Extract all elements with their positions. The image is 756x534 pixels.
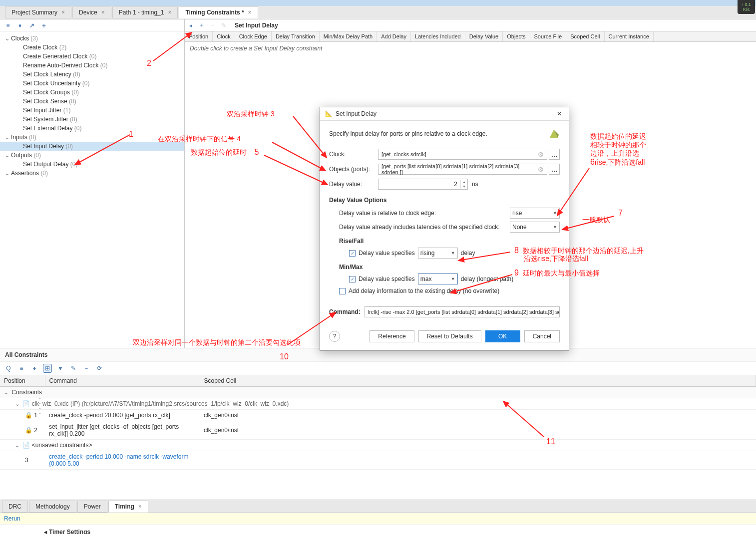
col-delay-trans[interactable]: Delay Transition	[272, 31, 320, 41]
all-constraints-toolbar: Q ≡ ♦ ⊞ ▼ ✎ － ⟳	[0, 362, 756, 375]
min-max-checkbox[interactable]: ✓	[349, 276, 356, 282]
expand-icon[interactable]: ♦	[30, 364, 39, 373]
set-input-delay-dialog: 📐Set Input Delay ✕ Specify input delay f…	[320, 107, 569, 351]
help-button[interactable]: ?	[329, 331, 340, 342]
clock-edge-select[interactable]: rise▼	[510, 208, 560, 219]
filter-icon[interactable]: ▼	[56, 364, 65, 373]
tree-item-set-uncertainty[interactable]: Set Clock Uncertainty (0)	[0, 79, 184, 88]
table-group-row[interactable]: ⌄ Constraints	[0, 387, 756, 398]
tab-device[interactable]: Device×	[72, 6, 111, 18]
dialog-titlebar[interactable]: 📐Set Input Delay ✕	[320, 107, 569, 121]
latencies-select[interactable]: None▼	[510, 222, 560, 233]
tree-item-create-clock[interactable]: Create Clock (2)	[0, 43, 184, 52]
tab-timing-constraints[interactable]: Timing Constraints *×	[179, 6, 258, 18]
tree-item-set-system-jitter[interactable]: Set System Jitter (0)	[0, 115, 184, 124]
grid-title: Set Input Delay	[235, 22, 278, 29]
table-row[interactable]: ⌄ 📄 clk_wiz_0.xdc (IP) (h:/picture/A7/ST…	[0, 398, 756, 410]
remove-constraint-icon[interactable]: －	[209, 21, 217, 29]
command-preview[interactable]: lrclk] -rise -max 2.0 [get_ports [list s…	[365, 306, 560, 317]
timer-settings-panel: ◂Timer Settings Settings Enable Multi Co…	[0, 525, 756, 534]
tree-item-set-ext-delay[interactable]: Set External Delay (0)	[0, 124, 184, 133]
ok-button[interactable]: OK	[485, 330, 520, 342]
splitter-handle[interactable]	[38, 396, 41, 416]
table-row[interactable]: 🔒 2 set_input_jitter [get_clocks -of_obj…	[0, 421, 756, 440]
chevron-left-icon[interactable]: ◂	[44, 529, 47, 534]
add-icon[interactable]: ＋	[40, 21, 48, 29]
expand-all-icon[interactable]: ♦	[16, 21, 24, 29]
tree-group-assertions[interactable]: ⌄Assertions (0)	[0, 169, 184, 178]
tree-item-set-input-delay[interactable]: Set Input Delay (0)	[0, 142, 184, 151]
edit-constraint-icon[interactable]: ✎	[220, 22, 228, 29]
close-icon[interactable]: ×	[61, 9, 65, 16]
table-row[interactable]: 3 create_clock -period 10.000 -name sdrc…	[0, 451, 756, 470]
tab-project-summary[interactable]: Project Summary×	[5, 6, 71, 18]
rise-fall-select[interactable]: rising▼	[418, 248, 458, 259]
col-position[interactable]: Position	[0, 375, 45, 387]
tab-timing[interactable]: Timing×	[108, 501, 148, 513]
browse-button[interactable]: …	[549, 164, 560, 175]
rise-fall-checkbox[interactable]: ✓	[349, 250, 356, 257]
tree-item-set-latency[interactable]: Set Clock Latency (0)	[0, 70, 184, 79]
refresh-icon[interactable]: ⟳	[95, 364, 104, 373]
constraint-tree[interactable]: ⌄Clocks (3) Create Clock (2) Create Gene…	[0, 32, 184, 348]
reset-button[interactable]: Reset to Defaults	[418, 330, 481, 342]
all-constraints-table: Position Command Scoped Cell ⌄ Constrain…	[0, 375, 756, 470]
cancel-button[interactable]: Cancel	[524, 330, 560, 342]
tree-group-clocks[interactable]: ⌄Clocks (3)	[0, 34, 184, 43]
remove-icon[interactable]: －	[82, 364, 91, 373]
close-icon[interactable]: ✕	[555, 110, 564, 117]
table-row[interactable]: 🔒 1 create_clock -period 20.000 [get_por…	[0, 410, 756, 421]
tab-drc[interactable]: DRC	[2, 501, 28, 513]
group-icon[interactable]: ⊞	[43, 364, 52, 373]
table-row[interactable]: ⌄ 📄 <unsaved constraints>	[0, 440, 756, 451]
min-max-select[interactable]: max▼	[418, 273, 458, 284]
tree-item-set-sense[interactable]: Set Clock Sense (0)	[0, 97, 184, 106]
search-icon[interactable]: Q	[4, 364, 13, 373]
edit-icon[interactable]: ✎	[69, 364, 78, 373]
col-source-file[interactable]: Source File	[530, 31, 567, 41]
col-add-delay[interactable]: Add Delay	[377, 31, 411, 41]
add-constraint-icon[interactable]: ＋	[198, 21, 206, 29]
tree-group-inputs[interactable]: ⌄Inputs (0)	[0, 133, 184, 142]
col-clock-edge[interactable]: Clock Edge	[235, 31, 272, 41]
collapse-icon[interactable]: ≡	[17, 364, 26, 373]
reference-button[interactable]: Reference	[370, 330, 414, 342]
tab-path1[interactable]: Path 1 - timing_1×	[112, 6, 178, 18]
browse-button[interactable]: …	[549, 149, 560, 160]
pin-icon[interactable]: ↗	[28, 21, 36, 29]
close-icon[interactable]: ×	[138, 503, 142, 510]
rerun-link[interactable]: Rerun	[0, 513, 756, 525]
tab-power[interactable]: Power	[77, 501, 107, 513]
delay-value-input[interactable]: 2 ▲▼	[378, 179, 468, 190]
tree-group-outputs[interactable]: ⌄Outputs (0)	[0, 151, 184, 160]
col-position[interactable]: Position	[185, 31, 213, 41]
col-delay-val[interactable]: Delay Value	[465, 31, 503, 41]
col-latencies[interactable]: Latencies Included	[411, 31, 465, 41]
close-icon[interactable]: ×	[168, 9, 171, 16]
collapse-all-icon[interactable]: ≡	[4, 21, 12, 29]
col-command[interactable]: Command	[45, 375, 200, 387]
col-scoped-cell[interactable]: Scoped Cell	[566, 31, 604, 41]
tree-item-rename-auto[interactable]: Rename Auto-Derived Clock (0)	[0, 61, 184, 70]
tree-item-create-gen-clock[interactable]: Create Generated Clock (0)	[0, 52, 184, 61]
objects-input[interactable]: [get_ports [list sdrdata[0] sdrdata[1] s…	[378, 164, 547, 175]
add-delay-checkbox[interactable]	[339, 288, 346, 294]
col-objects[interactable]: Objects	[503, 31, 530, 41]
grid-placeholder[interactable]: Double click to create a Set Input Delay…	[185, 42, 756, 55]
col-minmax[interactable]: Min/Max Delay Path	[320, 31, 377, 41]
clear-icon[interactable]: ⊗	[538, 165, 544, 173]
col-clock[interactable]: Clock	[213, 31, 235, 41]
tree-item-set-output-delay[interactable]: Set Output Delay (0)	[0, 160, 184, 169]
close-icon[interactable]: ×	[248, 9, 252, 16]
col-scoped[interactable]: Scoped Cell	[200, 375, 756, 387]
tab-methodology[interactable]: Methodology	[29, 501, 76, 513]
constraint-tree-panel: ≡ ♦ ↗ ＋ ⌄Clocks (3) Create Clock (2) Cre…	[0, 19, 185, 348]
clear-icon[interactable]: ⊗	[538, 150, 544, 158]
spinner[interactable]: ▲▼	[460, 180, 467, 189]
tree-item-set-groups[interactable]: Set Clock Groups (0)	[0, 88, 184, 97]
arrow-left-icon[interactable]: ◂	[187, 22, 195, 29]
close-icon[interactable]: ×	[101, 9, 105, 16]
col-current-instance[interactable]: Current Instance	[605, 31, 654, 41]
tree-item-set-input-jitter[interactable]: Set Input Jitter (1)	[0, 106, 184, 115]
clock-input[interactable]: [get_clocks sdrclk]⊗	[378, 149, 547, 160]
